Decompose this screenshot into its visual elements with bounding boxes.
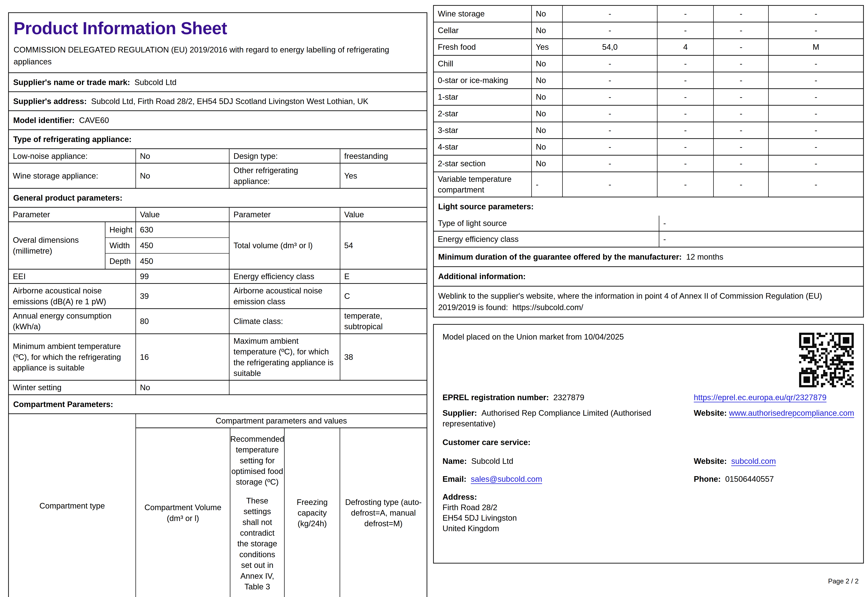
address-line-3: United Kingdom: [443, 523, 517, 534]
compartment-volume-cell: -: [562, 156, 657, 171]
parameter-header-row: Parameter Value Parameter Value: [9, 207, 427, 221]
document-canvas: { "colors": { "title": "#3a128f", "link"…: [0, 0, 868, 597]
compartment-defrost-cell: -: [768, 6, 863, 22]
param-header-2: Parameter: [229, 208, 339, 221]
energy-class-label: Energy efficiency class: [229, 270, 339, 283]
compartment-name-cell: Variable temperature compartment: [434, 172, 531, 197]
compartment-temp-cell: -: [657, 172, 713, 197]
compartment-name-cell: 2-star: [434, 105, 531, 122]
wine-appliance-label: Wine storage appliance:: [9, 163, 135, 188]
light-source-row: Type of light source -: [434, 215, 863, 231]
eei-row: EEI 99 Energy efficiency class E: [9, 269, 427, 283]
additional-info-heading: Additional information:: [438, 272, 526, 281]
compartment-name-cell: 4-star: [434, 139, 531, 155]
col-header-volume: Compartment Volume (dm³ or l): [135, 428, 230, 597]
address-line-2: EH54 5DJ Livingston: [443, 513, 517, 523]
compartment-rows: Wine storage No - - - - Cellar No - - - …: [434, 6, 863, 197]
compartment-freezing-cell: -: [713, 122, 768, 138]
eprel-link-cell: https://eprel.ec.europa.eu/qr/2327879: [694, 392, 855, 403]
low-noise-row: Low-noise appliance: No Design type: fre…: [9, 149, 427, 163]
compartment-present-cell: No: [531, 56, 562, 72]
title-section: Product Information Sheet COMMISSION DEL…: [9, 13, 427, 72]
compartment-name-cell: Wine storage: [434, 6, 531, 22]
eei-value: 99: [135, 270, 229, 283]
eprel-link[interactable]: https://eprel.ec.europa.eu/qr/2327879: [694, 393, 827, 402]
compartment-present-cell: No: [531, 122, 562, 138]
width-value: 450: [135, 238, 229, 253]
light-source-value: -: [659, 215, 863, 231]
page-title: Product Information Sheet: [13, 19, 422, 38]
compartment-row: 0-star or ice-making No - - - -: [434, 72, 863, 88]
care-website-link[interactable]: subcold.com: [731, 457, 776, 465]
compartment-present-cell: No: [531, 22, 562, 39]
compartment-name-cell: Chill: [434, 56, 531, 72]
compartment-row: Variable temperature compartment - - - -…: [434, 171, 863, 197]
compartment-span-header: Compartment parameters and values: [135, 414, 427, 428]
address-lines: Address: Firth Road 28/2 EH54 5DJ Living…: [443, 492, 517, 534]
min-ambient-value: 16: [135, 334, 229, 380]
address-block: Address: Firth Road 28/2 EH54 5DJ Living…: [434, 492, 863, 534]
compartment-volume-cell: -: [562, 56, 657, 72]
height-value: 630: [135, 222, 229, 238]
compartment-temp-cell: -: [657, 105, 713, 122]
compartment-defrost-cell: -: [768, 122, 863, 138]
compartment-defrost-cell: -: [768, 22, 863, 39]
compartment-freezing-cell: -: [713, 72, 768, 88]
compartment-row: 2-star No - - - -: [434, 105, 863, 122]
supplier-name-row: Supplier's name or trade mark: Subcold L…: [9, 72, 427, 91]
compartment-freezing-cell: -: [713, 105, 768, 122]
value-header-2: Value: [340, 208, 427, 221]
compartment-volume-cell: -: [562, 72, 657, 88]
compartment-present-cell: No: [531, 89, 562, 105]
care-phone-value: 01506440557: [725, 475, 774, 483]
compartment-defrost-cell: -: [768, 139, 863, 155]
max-ambient-value: 38: [340, 334, 427, 380]
care-name-row: Name: Subcold Ltd Website: subcold.com: [434, 456, 863, 466]
compartment-row: 4-star No - - - -: [434, 138, 863, 155]
page-2-upper-box: Wine storage No - - - - Cellar No - - - …: [433, 5, 864, 318]
compartment-defrost-cell: -: [768, 156, 863, 171]
noise-class-value: C: [340, 284, 427, 308]
annual-energy-label: Annual energy consumption (kWh/a): [9, 309, 135, 333]
compartment-row: Wine storage No - - - -: [434, 6, 863, 22]
supplier-label: Supplier:: [443, 408, 477, 417]
compartment-volume-cell: -: [562, 22, 657, 39]
other-appliance-value: Yes: [340, 163, 427, 188]
compartment-temp-cell: 4: [657, 39, 713, 55]
depth-value: 450: [135, 253, 229, 269]
additional-info-heading-row: Additional information:: [434, 266, 863, 286]
compartment-temp-cell: -: [657, 139, 713, 155]
col-header-temperature: Recommended temperature setting for opti…: [230, 428, 284, 597]
compartment-name-cell: 2-star section: [434, 156, 531, 171]
page-2-lower-box: Model placed on the Union market from 10…: [433, 324, 864, 564]
compartment-name-cell: Cellar: [434, 22, 531, 39]
page-2-footer: Page 2 / 2: [828, 578, 859, 585]
compartment-volume-cell: -: [562, 89, 657, 105]
compartment-volume-cell: -: [562, 122, 657, 138]
model-identifier-value: CAVE60: [79, 116, 109, 125]
compartment-present-cell: Yes: [531, 39, 562, 55]
eprel-value: 2327879: [553, 393, 584, 402]
compartment-defrost-cell: -: [768, 56, 863, 72]
col-header-freezing: Freezing capacity (kg/24h): [284, 428, 339, 597]
climate-class-label: Climate class:: [229, 309, 339, 333]
model-identifier-row: Model identifier: CAVE60: [9, 110, 427, 129]
address-line-1: Firth Road 28/2: [443, 502, 517, 513]
page-2: Wine storage No - - - - Cellar No - - - …: [433, 5, 864, 564]
compartment-row: 3-star No - - - -: [434, 122, 863, 138]
compartment-row: 2-star section No - - - -: [434, 155, 863, 171]
compartment-name-cell: 3-star: [434, 122, 531, 138]
compartment-header-table: Compartment type Compartment parameters …: [9, 413, 427, 597]
wine-appliance-value: No: [135, 163, 229, 188]
guarantee-value: 12 months: [686, 252, 723, 261]
winter-setting-value: No: [135, 381, 229, 394]
light-source-heading-row: Light source parameters:: [434, 197, 863, 215]
care-email-link[interactable]: sales@subcold.com: [471, 475, 542, 483]
care-website-label: Website:: [694, 457, 727, 465]
compartment-freezing-cell: -: [713, 6, 768, 22]
light-source-row: Energy efficiency class -: [434, 231, 863, 247]
compartment-row: Chill No - - - -: [434, 55, 863, 72]
supplier-website-link[interactable]: www.authorisedrepcompliance.com: [729, 408, 854, 417]
depth-label: Depth: [105, 253, 135, 269]
compartment-volume-cell: -: [562, 172, 657, 197]
